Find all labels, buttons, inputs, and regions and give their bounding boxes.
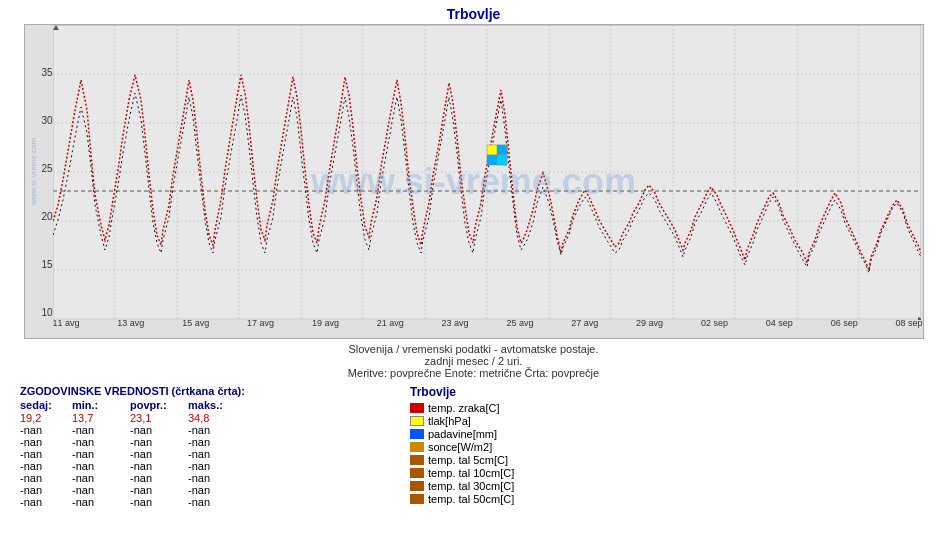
legend-right: Trbovlje temp. zraka[C] tlak[hPa] padavi… <box>400 385 927 508</box>
subtitle-line3: Meritve: povprečne Enote: metrične Črta:… <box>0 367 947 379</box>
legend-color-3 <box>410 442 424 452</box>
legend-row-0: 19,2 13,7 23,1 34,8 <box>20 412 400 424</box>
row4-maks: -nan <box>188 460 246 472</box>
legend-row-3: -nan -nan -nan -nan <box>20 448 400 460</box>
row5-maks: -nan <box>188 472 246 484</box>
row2-sedaj: -nan <box>20 436 72 448</box>
row4-sedaj: -nan <box>20 460 72 472</box>
row4-povpr: -nan <box>130 460 188 472</box>
row4-min: -nan <box>72 460 130 472</box>
row5-min: -nan <box>72 472 130 484</box>
x-label-13: 08 sep <box>895 318 922 328</box>
row0-sedaj: 19,2 <box>20 412 72 424</box>
legend-color-4 <box>410 455 424 465</box>
legend-item-3: sonce[W/m2] <box>410 441 927 453</box>
legend-item-4: temp. tal 5cm[C] <box>410 454 927 466</box>
row5-povpr: -nan <box>130 472 188 484</box>
row1-sedaj: -nan <box>20 424 72 436</box>
row1-min: -nan <box>72 424 130 436</box>
legend-color-1 <box>410 416 424 426</box>
x-label-9: 29 avg <box>636 318 663 328</box>
y-label-25: 25 <box>41 163 52 174</box>
svg-rect-27 <box>497 155 507 165</box>
subtitle-line1: Slovenija / vremenski podatki - avtomats… <box>0 343 947 355</box>
legend-title: ZGODOVINSKE VREDNOSTI (črtkana črta): <box>20 385 400 397</box>
x-label-3: 17 avg <box>247 318 274 328</box>
row6-povpr: -nan <box>130 484 188 496</box>
header-sedaj: sedaj: <box>20 399 72 411</box>
chart-container: www.si-vreme.com <box>14 24 934 339</box>
legend-item-7: temp. tal 50cm[C] <box>410 493 927 505</box>
legend-row-6: -nan -nan -nan -nan <box>20 484 400 496</box>
header-povpr: povpr.: <box>130 399 188 411</box>
x-label-6: 23 avg <box>442 318 469 328</box>
row6-sedaj: -nan <box>20 484 72 496</box>
x-label-2: 15 avg <box>182 318 209 328</box>
legend-color-7 <box>410 494 424 504</box>
y-label-15: 15 <box>41 259 52 270</box>
row0-maks: 34,8 <box>188 412 246 424</box>
row1-maks: -nan <box>188 424 246 436</box>
legend-label-7: temp. tal 50cm[C] <box>428 493 514 505</box>
row2-maks: -nan <box>188 436 246 448</box>
row3-maks: -nan <box>188 448 246 460</box>
x-label-0: 11 avg <box>53 318 80 328</box>
legend-label-3: sonce[W/m2] <box>428 441 492 453</box>
x-label-11: 04 sep <box>766 318 793 328</box>
legend-item-1: tlak[hPa] <box>410 415 927 427</box>
legend-label-6: temp. tal 30cm[C] <box>428 480 514 492</box>
row5-sedaj: -nan <box>20 472 72 484</box>
row1-povpr: -nan <box>130 424 188 436</box>
row0-povpr: 23,1 <box>130 412 188 424</box>
legend-color-6 <box>410 481 424 491</box>
legend-label-5: temp. tal 10cm[C] <box>428 467 514 479</box>
header-maks: maks.: <box>188 399 246 411</box>
x-label-4: 19 avg <box>312 318 339 328</box>
watermark-vertical: www.si-vreme.com <box>29 138 38 205</box>
row6-min: -nan <box>72 484 130 496</box>
legend-left: ZGODOVINSKE VREDNOSTI (črtkana črta): se… <box>20 385 400 508</box>
row6-maks: -nan <box>188 484 246 496</box>
legend-area: ZGODOVINSKE VREDNOSTI (črtkana črta): se… <box>20 385 927 508</box>
legend-item-2: padavine[mm] <box>410 428 927 440</box>
row7-min: -nan <box>72 496 130 508</box>
legend-label-1: tlak[hPa] <box>428 415 471 427</box>
station-title: Trbovlje <box>410 385 927 399</box>
legend-row-5: -nan -nan -nan -nan <box>20 472 400 484</box>
page-wrapper: Trbovlje www.si-vreme.com <box>0 0 947 550</box>
legend-header-row: sedaj: min.: povpr.: maks.: <box>20 399 400 411</box>
y-label-20: 20 <box>41 211 52 222</box>
legend-row-4: -nan -nan -nan -nan <box>20 460 400 472</box>
row2-povpr: -nan <box>130 436 188 448</box>
legend-color-5 <box>410 468 424 478</box>
header-min: min.: <box>72 399 130 411</box>
row7-maks: -nan <box>188 496 246 508</box>
chart-svg <box>53 25 921 320</box>
legend-row-7: -nan -nan -nan -nan <box>20 496 400 508</box>
row7-povpr: -nan <box>130 496 188 508</box>
y-label-35: 35 <box>41 67 52 78</box>
subtitle-line2: zadnji mesec / 2 uri. <box>0 355 947 367</box>
x-label-7: 25 avg <box>506 318 533 328</box>
legend-row-1: -nan -nan -nan -nan <box>20 424 400 436</box>
legend-color-0 <box>410 403 424 413</box>
x-axis: 11 avg 13 avg 15 avg 17 avg 19 avg 21 av… <box>53 318 923 338</box>
x-label-12: 06 sep <box>831 318 858 328</box>
x-label-10: 02 sep <box>701 318 728 328</box>
svg-rect-25 <box>497 145 507 155</box>
chart-area: www.si-vreme.com <box>24 24 924 339</box>
row0-min: 13,7 <box>72 412 130 424</box>
legend-item-6: temp. tal 30cm[C] <box>410 480 927 492</box>
legend-label-0: temp. zraka[C] <box>428 402 500 414</box>
legend-color-2 <box>410 429 424 439</box>
row7-sedaj: -nan <box>20 496 72 508</box>
y-label-10: 10 <box>41 307 52 318</box>
x-label-1: 13 avg <box>117 318 144 328</box>
legend-item-0: temp. zraka[C] <box>410 402 927 414</box>
subtitle-area: Slovenija / vremenski podatki - avtomats… <box>0 343 947 379</box>
row3-povpr: -nan <box>130 448 188 460</box>
legend-row-2: -nan -nan -nan -nan <box>20 436 400 448</box>
y-label-30: 30 <box>41 115 52 126</box>
x-label-8: 27 avg <box>571 318 598 328</box>
row2-min: -nan <box>72 436 130 448</box>
